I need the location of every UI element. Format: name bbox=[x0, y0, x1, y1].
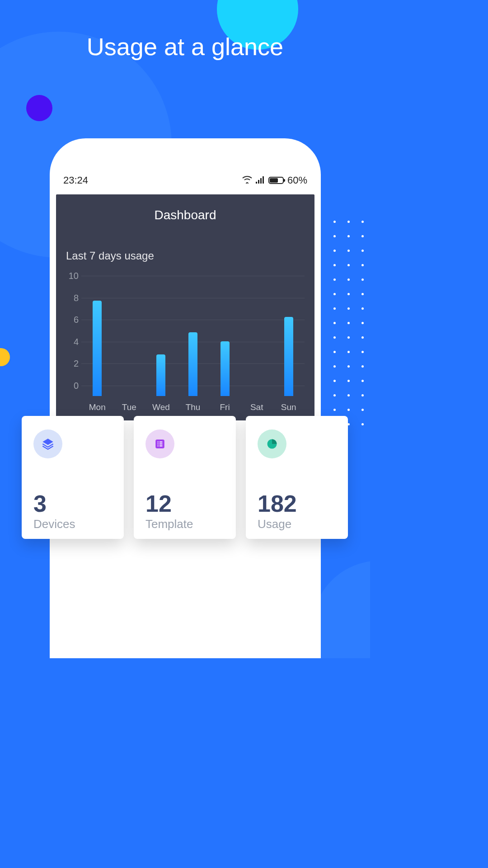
chart-bar bbox=[93, 301, 102, 396]
svg-rect-2 bbox=[260, 178, 262, 184]
svg-rect-5 bbox=[158, 442, 159, 443]
bar-col bbox=[177, 286, 209, 396]
wifi-icon bbox=[242, 175, 252, 186]
bg-decoration bbox=[26, 95, 52, 121]
status-time: 23:24 bbox=[63, 175, 88, 186]
chart-x-tick: Sat bbox=[241, 402, 273, 412]
svg-rect-1 bbox=[258, 180, 259, 184]
chart-x-tick: Sun bbox=[272, 402, 305, 412]
card-value: 12 bbox=[145, 492, 224, 515]
chart-x-labels: MonTueWedThuFriSatSun bbox=[81, 402, 305, 412]
dashboard-panel: Dashboard Last 7 days usage 0246810MonTu… bbox=[56, 194, 314, 420]
chart-bar bbox=[156, 354, 165, 396]
page-title: Usage at a glance bbox=[0, 33, 370, 61]
svg-rect-9 bbox=[158, 445, 159, 446]
chart-x-tick: Fri bbox=[209, 402, 241, 412]
chart-x-tick: Thu bbox=[177, 402, 209, 412]
card-value: 182 bbox=[258, 492, 336, 515]
svg-rect-6 bbox=[160, 442, 163, 443]
svg-rect-3 bbox=[263, 176, 264, 184]
dashboard-title: Dashboard bbox=[66, 208, 305, 222]
summary-card[interactable]: 12Template bbox=[134, 416, 236, 539]
list-icon bbox=[145, 429, 174, 458]
chart-subtitle: Last 7 days usage bbox=[66, 250, 305, 262]
chart-x-tick: Tue bbox=[113, 402, 145, 412]
phone-frame: 23:24 60% Dashboard Last 7 days usage 02… bbox=[50, 138, 321, 658]
chart-x-tick: Wed bbox=[145, 402, 177, 412]
chart-y-tick: 2 bbox=[66, 359, 79, 369]
bg-decoration bbox=[0, 348, 10, 366]
chart-y-tick: 8 bbox=[66, 292, 79, 303]
cellular-icon bbox=[256, 175, 265, 186]
card-label: Usage bbox=[258, 517, 336, 531]
layers-icon bbox=[33, 429, 62, 458]
summary-card[interactable]: 182Usage bbox=[246, 416, 348, 539]
bar-chart: 0246810MonTueWedThuFriSatSun bbox=[81, 276, 305, 407]
chart-y-tick: 6 bbox=[66, 315, 79, 325]
pie-icon bbox=[258, 429, 286, 458]
bg-dot-grid bbox=[333, 221, 364, 438]
chart-x-tick: Mon bbox=[81, 402, 113, 412]
svg-rect-10 bbox=[160, 445, 163, 446]
chart-y-tick: 4 bbox=[66, 336, 79, 347]
bar-col bbox=[145, 286, 177, 396]
summary-card[interactable]: 3Devices bbox=[22, 416, 124, 539]
bar-col bbox=[209, 286, 241, 396]
chart-bar bbox=[284, 317, 293, 396]
bar-col bbox=[272, 286, 305, 396]
card-label: Template bbox=[145, 517, 224, 531]
chart-y-tick: 0 bbox=[66, 381, 79, 391]
summary-cards: 3Devices12Template182Usage bbox=[22, 416, 348, 539]
status-bar: 23:24 60% bbox=[56, 175, 314, 194]
svg-rect-0 bbox=[256, 182, 257, 184]
bar-col bbox=[241, 286, 273, 396]
chart-gridline bbox=[81, 276, 305, 276]
status-right: 60% bbox=[242, 175, 307, 186]
card-label: Devices bbox=[33, 517, 112, 531]
battery-icon bbox=[268, 177, 284, 184]
chart-bar bbox=[188, 332, 197, 396]
battery-percent: 60% bbox=[287, 175, 307, 186]
chart-y-tick: 10 bbox=[66, 271, 79, 281]
chart-bar bbox=[221, 341, 230, 396]
bar-col bbox=[113, 286, 145, 396]
bar-col bbox=[81, 286, 113, 396]
card-value: 3 bbox=[33, 492, 112, 515]
svg-rect-7 bbox=[158, 443, 159, 444]
svg-rect-8 bbox=[160, 443, 163, 444]
chart-bars bbox=[81, 286, 305, 396]
